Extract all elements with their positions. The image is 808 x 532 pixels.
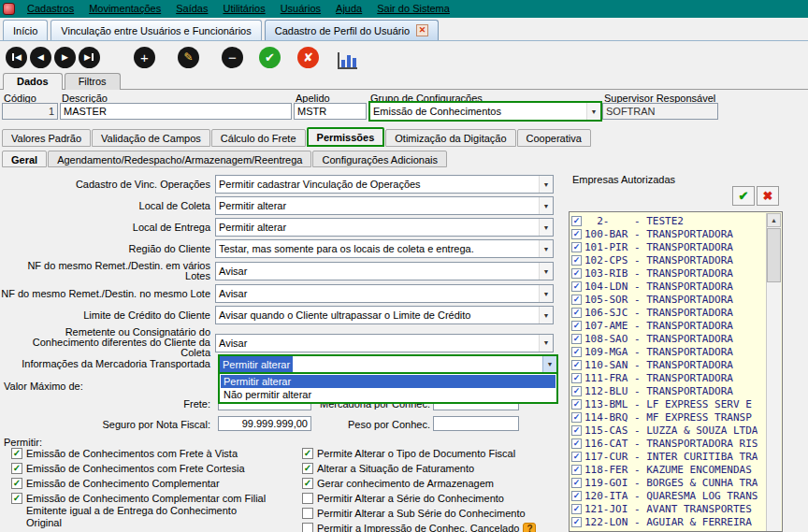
empresa-row[interactable]: ✓122-LON - AGUIAR & FERREIRA: [571, 515, 782, 528]
checkbox[interactable]: ✓: [11, 448, 22, 459]
chevron-down-icon[interactable]: [539, 285, 553, 302]
empresa-row[interactable]: ✓121-JOI - AVANT TRANSPORTES: [571, 502, 782, 515]
checkbox[interactable]: ✓: [11, 493, 22, 504]
checkbox-item-gerar-conhecimento-de-armazenagem[interactable]: ✓Gerar conhecimento de Armazenagem: [302, 478, 583, 490]
menu-item-usuarios[interactable]: Usuários: [273, 1, 328, 17]
tab-dados[interactable]: Dados: [3, 73, 63, 90]
tab-validacao-de-campos[interactable]: Validação de Campos: [92, 129, 210, 147]
chevron-down-icon[interactable]: [539, 263, 553, 280]
checkbox[interactable]: ✓: [571, 281, 582, 292]
checkbox[interactable]: ✓: [571, 308, 582, 318]
descricao-field[interactable]: [60, 103, 292, 120]
empresa-row[interactable]: ✓ 2- - TESTE2: [571, 214, 782, 227]
toolbar-next-record-button[interactable]: ▶: [54, 47, 76, 68]
empresa-row[interactable]: ✓109-MGA - TRANSPORTADORA: [571, 345, 782, 358]
checkbox[interactable]: ✓: [302, 478, 313, 489]
checkbox-item-emissao-de-conhecimento-complementar-com[interactable]: ✓Emissão de Conhecimento Complementar co…: [11, 493, 296, 529]
checkbox-item-permitir-alterar-a-serie-do-conhecimento[interactable]: Permitir Alterar a Série do Conhecimento: [302, 493, 583, 505]
empresa-row[interactable]: ✓119-GOI - BORGES & CUNHA TRA: [571, 476, 782, 489]
check-all-button[interactable]: [732, 186, 755, 206]
checkbox[interactable]: ✓: [11, 463, 22, 474]
empresa-row[interactable]: ✓104-LDN - TRANSPORTADORA: [571, 280, 782, 293]
tab-cooperativa[interactable]: Cooperativa: [517, 129, 591, 147]
chevron-down-icon[interactable]: [539, 176, 553, 193]
empresa-row[interactable]: ✓113-BML - LF EXPRESS SERV E: [571, 397, 782, 410]
checkbox[interactable]: ✓: [571, 386, 582, 396]
checkbox[interactable]: ✓: [571, 255, 582, 266]
chevron-down-icon[interactable]: [542, 356, 556, 372]
checkbox[interactable]: [302, 508, 313, 519]
combo-local-de-entrega[interactable]: Permitir alterar: [215, 218, 554, 237]
empresa-row[interactable]: ✓103-RIB - TRANSPORTADORA: [571, 266, 782, 280]
checkbox[interactable]: ✓: [571, 268, 582, 279]
checkbox[interactable]: ✓: [571, 465, 582, 475]
toolbar-last-record-button[interactable]: ▶: [79, 47, 100, 68]
empresa-row[interactable]: ✓111-FRA - TRANSPORTADORA: [571, 371, 782, 384]
apelido-field[interactable]: [294, 103, 367, 120]
menu-item-ajuda[interactable]: Ajuda: [328, 1, 369, 17]
tab-valores-padrao[interactable]: Valores Padrão: [2, 129, 91, 147]
combo-regiao-do-cliente[interactable]: Testar, mas somente para os locais de co…: [215, 239, 554, 258]
empresa-row[interactable]: ✓117-CUR - INTER CURITIBA TRA: [571, 450, 782, 463]
checkbox[interactable]: ✓: [571, 425, 582, 436]
checkbox[interactable]: ✓: [571, 347, 582, 357]
empresa-row[interactable]: ✓100-BAR - TRANSPORTADORA: [571, 227, 782, 240]
toolbar-chart-button[interactable]: [335, 45, 359, 69]
toolbar-delete-record-button[interactable]: −: [222, 47, 243, 68]
checkbox-item-emissao-de-conhecimento-complementar[interactable]: ✓Emissão de Conhecimento Complementar: [11, 478, 296, 490]
checkbox[interactable]: ✓: [571, 295, 582, 305]
tab-vinculacao-entre-usuarios-e-funcionarios[interactable]: Vinculação entre Usuários e Funcionários: [50, 20, 261, 40]
dropdown-option-permitir-alterar[interactable]: Permitir alterar: [221, 375, 556, 388]
checkbox[interactable]: ✓: [571, 216, 582, 226]
checkbox[interactable]: ✓: [11, 478, 22, 489]
menu-item-cadastros[interactable]: Cadastros: [20, 1, 81, 17]
checkbox[interactable]: ✓: [571, 517, 582, 527]
empresa-row[interactable]: ✓112-BLU - TRANSPORTADORA: [571, 384, 782, 397]
checkbox-item-alterar-a-situacao-de-faturamento[interactable]: ✓Alterar a Situação de Faturamento: [302, 463, 583, 475]
tab-cadastro-de-perfil-do-usuario[interactable]: Cadastro de Perfil do Usuário✕: [265, 20, 439, 40]
checkbox-item-permitir-a-impressao-de-conhec-cancelado[interactable]: Permitir a Impressão de Conhec. Cancelad…: [302, 523, 583, 532]
checkbox[interactable]: ✓: [302, 463, 313, 474]
checkbox[interactable]: ✓: [571, 412, 582, 423]
empresa-row[interactable]: ✓106-SJC - TRANSPORTADORA: [571, 306, 782, 319]
chevron-down-icon[interactable]: [586, 103, 600, 120]
chevron-down-icon[interactable]: [539, 197, 553, 214]
scroll-thumb[interactable]: [767, 228, 781, 282]
empresa-row[interactable]: ✓114-BRQ - MF EXPRESS TRANSP: [571, 410, 782, 424]
chevron-down-icon[interactable]: [539, 307, 553, 324]
combo-cadastro-de-vinc-operacoes[interactable]: Permitir cadastrar Vinculação de Operaçõ…: [215, 175, 554, 194]
combo-remetente-ou-consignatario-do-conhecimen[interactable]: Avisar: [215, 334, 554, 352]
chevron-down-icon[interactable]: [539, 240, 553, 257]
grupo-configuracoes-combo[interactable]: Emissão de Conhecimentos: [368, 101, 602, 122]
empresa-row[interactable]: ✓101-PIR - TRANSPORTADORA: [571, 240, 782, 253]
combo-field[interactable]: Permitir alterar: [220, 356, 556, 374]
tab-agendamento-redespacho-armazenagem-reent[interactable]: Agendamento/Redespacho/Armazenagem/Reent…: [48, 151, 311, 167]
combo-nf-do-mesmo-remet-destin-no-mesmo-lote[interactable]: Avisar: [215, 284, 554, 303]
checkbox[interactable]: ✓: [571, 491, 582, 501]
empresa-row[interactable]: ✓102-CPS - TRANSPORTADORA: [571, 253, 782, 266]
tab-filtros[interactable]: Filtros: [65, 73, 121, 90]
chevron-down-icon[interactable]: [539, 219, 553, 236]
menu-item-movimentacoes[interactable]: Movimentações: [81, 1, 168, 17]
checkbox[interactable]: ✓: [571, 242, 582, 252]
checkbox[interactable]: [302, 523, 313, 532]
menu-item-saidas[interactable]: Saídas: [168, 1, 215, 17]
checkbox[interactable]: ✓: [302, 448, 313, 459]
combo-local-de-coleta[interactable]: Permitir alterar: [215, 196, 554, 215]
empresa-row[interactable]: ✓105-SOR - TRANSPORTADORA: [571, 293, 782, 306]
seguro-field[interactable]: [218, 416, 311, 431]
empresa-row[interactable]: ✓110-SAN - TRANSPORTADORA: [571, 358, 782, 371]
combo-limite-de-credito-do-cliente[interactable]: Avisar quando o Cliente ultrapassar o Li…: [215, 306, 554, 324]
uncheck-all-button[interactable]: [757, 186, 779, 206]
toolbar-previous-record-button[interactable]: ◀: [30, 47, 51, 68]
help-icon[interactable]: ?: [523, 523, 536, 532]
empresa-row[interactable]: ✓118-FER - KAZUME ENCOMENDAS: [571, 463, 782, 476]
empresa-row[interactable]: ✓107-AME - TRANSPORTADORA: [571, 319, 782, 332]
combo-nf-do-mesmo-remet-destin-em-varios-lotes[interactable]: Avisar: [215, 262, 554, 280]
empresa-row[interactable]: ✓116-CAT - TRANSPORTADORA RIS: [571, 437, 782, 450]
tab-calculo-do-frete[interactable]: Cálculo do Frete: [211, 129, 306, 147]
checkbox-item-emissao-de-conhecimentos-com-frete-a-vis[interactable]: ✓Emissão de Conhecimentos com Frete à Vi…: [11, 448, 296, 460]
checkbox[interactable]: ✓: [571, 360, 582, 370]
tab-permissoes[interactable]: Permissões: [307, 127, 385, 147]
toolbar-first-record-button[interactable]: ◀: [6, 47, 27, 68]
